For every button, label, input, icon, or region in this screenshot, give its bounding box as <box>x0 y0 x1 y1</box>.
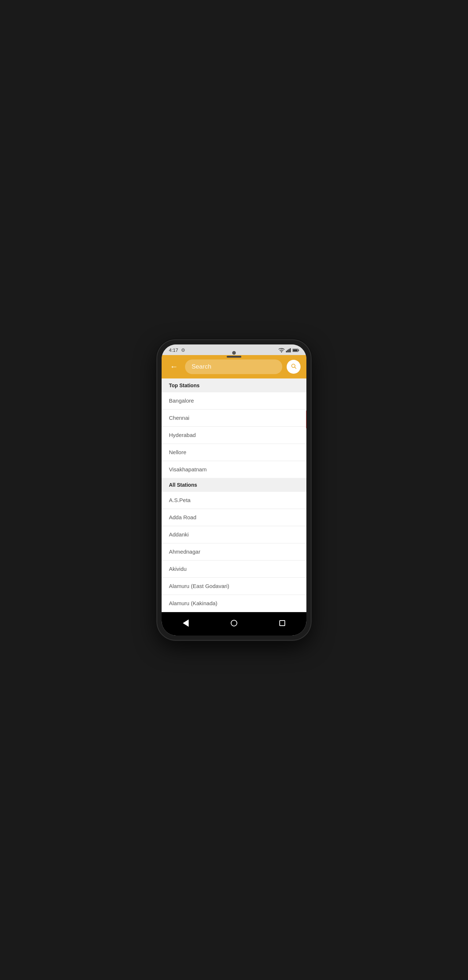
svg-rect-5 <box>298 350 299 351</box>
nav-recents-button[interactable] <box>275 616 290 630</box>
list-item[interactable]: Ahmednagar <box>162 543 306 561</box>
station-name: Alamuru (Kakinada) <box>169 600 218 606</box>
list-item[interactable]: Visakhapatnam <box>162 461 306 478</box>
search-button[interactable] <box>287 360 301 374</box>
svg-rect-1 <box>287 350 288 352</box>
all-stations-label: All Stations <box>169 482 197 488</box>
list-item[interactable]: A.S.Peta <box>162 492 306 509</box>
back-nav-icon <box>183 619 189 627</box>
svg-rect-6 <box>293 349 298 351</box>
list-item[interactable]: Nellore <box>162 444 306 461</box>
station-name: Addanki <box>169 531 189 538</box>
station-name: Hyderabad <box>169 432 196 438</box>
status-bar-right <box>279 348 299 353</box>
list-item[interactable]: Adda Road <box>162 509 306 526</box>
all-stations-list: A.S.PetaAdda RoadAddankiAhmednagarAkivid… <box>162 492 306 612</box>
nav-back-button[interactable] <box>178 616 193 630</box>
search-placeholder-text: Search <box>192 363 276 371</box>
nav-home-button[interactable] <box>227 616 241 630</box>
all-stations-header: All Stations <box>162 478 306 492</box>
back-arrow-icon: ← <box>170 362 178 372</box>
status-time: 4:17 <box>169 347 178 353</box>
top-stations-label: Top Stations <box>169 382 200 388</box>
station-name: Akividu <box>169 566 186 572</box>
list-item[interactable]: Hyderabad <box>162 427 306 444</box>
svg-rect-2 <box>288 349 290 352</box>
list-item[interactable]: Addanki <box>162 526 306 543</box>
svg-line-8 <box>295 367 296 369</box>
side-button <box>306 410 306 429</box>
list-item[interactable]: Alamuru (East Godavari) <box>162 578 306 595</box>
app-header: ← Search <box>162 355 306 379</box>
station-name: Ahmednagar <box>169 549 201 555</box>
recents-nav-icon <box>279 620 285 626</box>
content-area: Top Stations BangaloreChennaiHyderabadNe… <box>162 379 306 612</box>
station-name: A.S.Peta <box>169 497 191 503</box>
station-name: Chennai <box>169 415 189 421</box>
signal-icon <box>286 348 291 353</box>
svg-rect-0 <box>286 351 287 352</box>
back-button[interactable]: ← <box>167 360 181 373</box>
list-item[interactable]: Chennai <box>162 410 306 427</box>
speaker-bar <box>227 356 241 358</box>
search-input-box[interactable]: Search <box>185 360 282 374</box>
station-name: Visakhapatnam <box>169 466 207 473</box>
top-stations-list: BangaloreChennaiHyderabadNelloreVisakhap… <box>162 392 306 478</box>
wifi-icon <box>279 348 285 353</box>
camera-dot <box>232 351 236 355</box>
search-icon <box>291 363 296 371</box>
status-bar-left: 4:17 ⚙ <box>169 347 185 353</box>
top-stations-header: Top Stations <box>162 379 306 392</box>
home-nav-icon <box>231 620 237 627</box>
station-name: Bangalore <box>169 398 194 404</box>
phone-screen: 4:17 ⚙ <box>162 344 306 636</box>
list-item[interactable]: Alamuru (Kakinada) <box>162 595 306 612</box>
svg-rect-3 <box>290 348 291 352</box>
camera-area <box>227 351 241 358</box>
list-item[interactable]: Bangalore <box>162 392 306 410</box>
list-item[interactable]: Akividu <box>162 561 306 578</box>
station-name: Alamuru (East Godavari) <box>169 583 229 589</box>
bottom-nav <box>162 612 306 636</box>
station-name: Nellore <box>169 449 186 455</box>
phone-frame: 4:17 ⚙ <box>157 340 311 640</box>
station-name: Adda Road <box>169 514 196 520</box>
gear-icon: ⚙ <box>181 347 185 353</box>
battery-icon <box>293 348 299 353</box>
